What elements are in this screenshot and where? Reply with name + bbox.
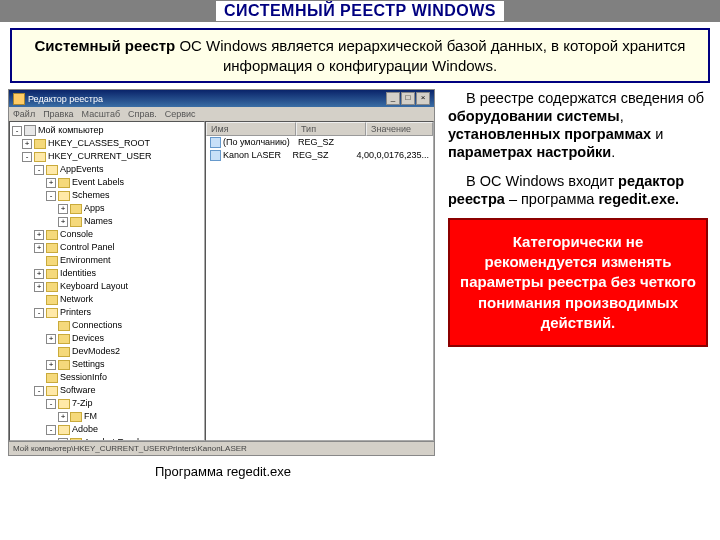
tree-label: Identities xyxy=(60,268,96,278)
tree-node[interactable]: -Printers xyxy=(12,306,202,319)
tree-node[interactable]: Environment xyxy=(12,254,202,267)
expand-toggle[interactable]: + xyxy=(34,230,44,240)
folder-icon xyxy=(58,425,70,435)
tree-node[interactable]: +Acrobat Reader xyxy=(12,436,202,441)
menu-item[interactable]: Файл xyxy=(13,109,35,119)
expand-toggle[interactable]: + xyxy=(58,438,68,441)
tree-node[interactable]: +Console xyxy=(12,228,202,241)
tree-label: HKEY_CURRENT_USER xyxy=(48,151,152,161)
folder-icon xyxy=(70,204,82,214)
expand-toggle[interactable]: + xyxy=(22,139,32,149)
menu-item[interactable]: Правка xyxy=(43,109,73,119)
list-row[interactable]: (По умолчанию)REG_SZ xyxy=(206,136,433,149)
list-row[interactable]: Kanon LASERREG_SZ4,00,0,0176,235... xyxy=(206,149,433,162)
folder-icon xyxy=(34,139,46,149)
tree-pane[interactable]: -Мой компьютер+HKEY_CLASSES_ROOT-HKEY_CU… xyxy=(9,121,205,441)
tree-label: HKEY_CLASSES_ROOT xyxy=(48,138,150,148)
tree-label: Environment xyxy=(60,255,111,265)
expand-toggle[interactable]: - xyxy=(34,165,44,175)
folder-icon xyxy=(46,295,58,305)
tree-label: Network xyxy=(60,294,93,304)
tree-node[interactable]: -AppEvents xyxy=(12,163,202,176)
tree-label: AppEvents xyxy=(60,164,104,174)
col-value[interactable]: Значение xyxy=(366,122,433,136)
expand-toggle[interactable]: + xyxy=(34,282,44,292)
close-button[interactable]: × xyxy=(416,92,430,105)
folder-icon xyxy=(58,334,70,344)
folder-icon xyxy=(46,373,58,383)
expand-toggle[interactable]: + xyxy=(58,204,68,214)
expand-toggle[interactable]: + xyxy=(34,243,44,253)
expand-toggle[interactable]: - xyxy=(22,152,32,162)
tree-node[interactable]: SessionInfo xyxy=(12,371,202,384)
menu-item[interactable]: Масштаб xyxy=(82,109,121,119)
tree-label: FM xyxy=(84,411,97,421)
expand-toggle[interactable]: - xyxy=(34,308,44,318)
expand-toggle[interactable]: + xyxy=(34,269,44,279)
tree-node[interactable]: -Schemes xyxy=(12,189,202,202)
folder-icon xyxy=(58,178,70,188)
expand-toggle[interactable]: + xyxy=(46,360,56,370)
expand-toggle[interactable]: - xyxy=(46,425,56,435)
tree-node[interactable]: Network xyxy=(12,293,202,306)
page-title-bar: СИСТЕМНЫЙ РЕЕСТР WINDOWS xyxy=(0,0,720,22)
folder-icon xyxy=(46,386,58,396)
app-icon xyxy=(13,93,25,105)
expand-toggle[interactable]: - xyxy=(12,126,22,136)
intro-rest: ОС Windows является иерархической базой … xyxy=(175,37,685,74)
expand-toggle[interactable]: - xyxy=(46,399,56,409)
tree-node[interactable]: -Software xyxy=(12,384,202,397)
warning-box: Категорически не рекомендуется изменять … xyxy=(448,218,708,347)
tree-node[interactable]: +Event Labels xyxy=(12,176,202,189)
tree-node[interactable]: +Apps xyxy=(12,202,202,215)
tree-node[interactable]: +HKEY_CLASSES_ROOT xyxy=(12,137,202,150)
expand-toggle[interactable]: + xyxy=(46,178,56,188)
tree-node[interactable]: Connections xyxy=(12,319,202,332)
maximize-button[interactable]: □ xyxy=(401,92,415,105)
tree-node[interactable]: +Identities xyxy=(12,267,202,280)
menu-bar: Файл Правка Масштаб Справ. Сервис xyxy=(9,107,434,121)
tree-label: DevModes2 xyxy=(72,346,120,356)
tree-node[interactable]: -Мой компьютер xyxy=(12,124,202,137)
list-pane[interactable]: Имя Тип Значение (По умолчанию)REG_SZKan… xyxy=(205,121,434,441)
tree-node[interactable]: +Control Panel xyxy=(12,241,202,254)
page-title: СИСТЕМНЫЙ РЕЕСТР WINDOWS xyxy=(216,1,504,21)
status-bar: Мой компьютер\HKEY_CURRENT_USER\Printers… xyxy=(9,441,434,455)
tree-node[interactable]: -HKEY_CURRENT_USER xyxy=(12,150,202,163)
para-1: В реестре содержатся сведения об оборудо… xyxy=(448,89,708,162)
expand-toggle[interactable]: - xyxy=(46,191,56,201)
folder-icon xyxy=(46,243,58,253)
folder-icon xyxy=(58,360,70,370)
menu-item[interactable]: Сервис xyxy=(165,109,196,119)
tree-label: Apps xyxy=(84,203,105,213)
regedit-window: Редактор реестра _ □ × Файл Правка Масшт… xyxy=(8,89,435,456)
tree-node[interactable]: +Names xyxy=(12,215,202,228)
minimize-button[interactable]: _ xyxy=(386,92,400,105)
window-title: Редактор реестра xyxy=(28,94,103,104)
tree-node[interactable]: +Settings xyxy=(12,358,202,371)
tree-label: Printers xyxy=(60,307,91,317)
col-name[interactable]: Имя xyxy=(206,122,296,136)
tree-label: Settings xyxy=(72,359,105,369)
expand-toggle[interactable]: + xyxy=(58,412,68,422)
tree-label: Event Labels xyxy=(72,177,124,187)
tree-label: Acrobat Reader xyxy=(84,437,147,441)
col-type[interactable]: Тип xyxy=(296,122,366,136)
intro-lead: Системный реестр xyxy=(35,37,176,54)
expand-toggle[interactable]: + xyxy=(58,217,68,227)
tree-node[interactable]: +Devices xyxy=(12,332,202,345)
folder-icon xyxy=(34,152,46,162)
expand-toggle[interactable]: + xyxy=(46,334,56,344)
expand-toggle[interactable]: - xyxy=(34,386,44,396)
list-header: Имя Тип Значение xyxy=(206,122,433,136)
figure-caption: Программа regedit.exe xyxy=(8,464,438,479)
tree-node[interactable]: +Keyboard Layout xyxy=(12,280,202,293)
tree-node[interactable]: -Adobe xyxy=(12,423,202,436)
menu-item[interactable]: Справ. xyxy=(128,109,157,119)
tree-label: Control Panel xyxy=(60,242,115,252)
tree-node[interactable]: -7-Zip xyxy=(12,397,202,410)
value-icon xyxy=(210,137,221,148)
tree-node[interactable]: DevModes2 xyxy=(12,345,202,358)
tree-node[interactable]: +FM xyxy=(12,410,202,423)
folder-icon xyxy=(58,191,70,201)
